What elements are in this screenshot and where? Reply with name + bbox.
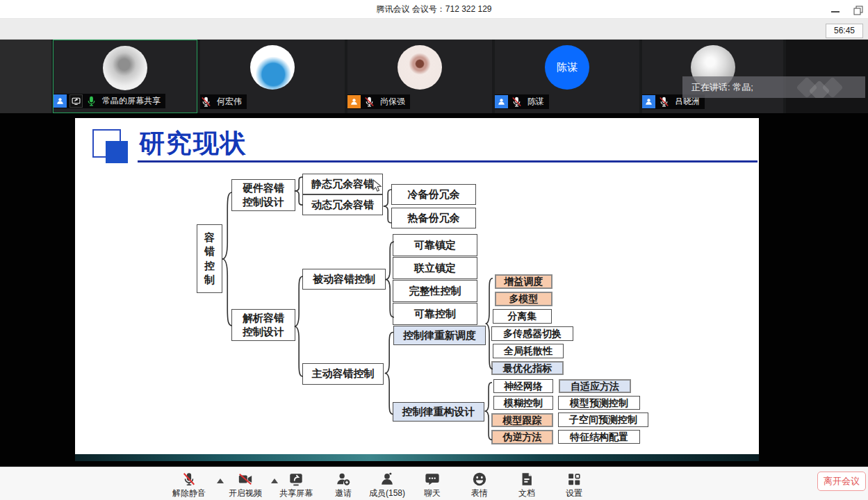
participant-name: 尚保强 (378, 96, 405, 108)
mic-on-icon (85, 95, 97, 107)
title-underline (138, 160, 758, 162)
participant-name: 陈谋 (525, 96, 544, 108)
tree-node-integrity: 完整性控制 (393, 280, 477, 302)
host-person-badge-icon (54, 94, 67, 108)
settings-icon (543, 470, 605, 487)
tree-node-nn: 神经网络 (493, 379, 553, 393)
tencent-meeting-window: 腾讯会议 会议号：712 322 129 56:45 常晶的屏幕共享 (0, 0, 868, 500)
screen-share-badge-icon (69, 94, 83, 108)
mic-muted-icon (511, 96, 523, 108)
leave-meeting-button[interactable]: 离开会议 (817, 472, 866, 491)
connector-brace (294, 274, 303, 378)
participant-nameplate: 常晶的屏幕共享 (54, 94, 165, 108)
meeting-toolbar: 解除静音 开启视频 共享屏幕 邀请 成员(158) (0, 467, 868, 500)
person-badge-icon (642, 95, 655, 108)
connector-brace (384, 331, 393, 416)
participant-nameplate: 何宏伟 (200, 94, 247, 109)
unmute-button[interactable]: 解除静音 (158, 470, 220, 499)
tree-node-hw: 硬件容错 控制设计 (231, 179, 295, 211)
meeting-statusbar (0, 19, 868, 40)
connector-brace (385, 240, 394, 319)
tree-node-optimal: 最优化指标 (491, 361, 564, 375)
tree-node-eigenstruct: 特征结构配置 (558, 430, 640, 444)
connector-brace (484, 381, 492, 441)
settings-label: 设置 (543, 488, 605, 499)
shared-screen-stage: 研究现状 容 错 控 制 硬件容错 控制设计 静态冗余容错 动态冗余容错 冷备份… (0, 113, 868, 467)
participant-tile-chenmou[interactable]: 陈谋 陈谋 (495, 40, 639, 113)
tree-node-root: 容 错 控 制 (197, 224, 222, 293)
settings-button[interactable]: 设置 (543, 470, 605, 499)
tree-node-adaptive: 自适应方法 (559, 379, 631, 393)
minimize-button[interactable] (831, 11, 840, 12)
tree-node-cold: 冷备份冗余 (391, 184, 476, 205)
tree-node-active: 主动容错控制 (302, 363, 384, 385)
tree-node-hot: 热备份冗余 (391, 208, 476, 228)
tree-node-analytic: 解析容错 控制设计 (231, 309, 295, 341)
tree-node-mpc: 模型预测控制 (558, 396, 640, 410)
tree-node-static-red: 静态冗余容错 (302, 174, 383, 194)
connector-brace (383, 189, 392, 224)
window-title: 腾讯会议 会议号：712 322 129 (0, 0, 868, 18)
participant-tile-changjing[interactable]: 常晶的屏幕共享 (53, 40, 197, 113)
participant-name: 常晶的屏幕共享 (100, 95, 161, 107)
tree-node-passive: 被动容错控制 (302, 269, 386, 290)
participant-name: 何宏伟 (215, 96, 242, 108)
speaking-toast-text: 正在讲话: 常晶; (691, 82, 753, 92)
tree-node-gain: 增益调度 (495, 274, 552, 289)
avatar-cartoon (398, 45, 442, 90)
meeting-timer: 56:45 (826, 24, 863, 38)
connector-brace (485, 276, 493, 371)
person-badge-icon (347, 95, 361, 108)
avatar-tiger-sketch (103, 46, 147, 90)
tree-node-reliable-ctrl: 可靠控制 (393, 303, 477, 325)
tree-node-pseudo-inv: 伪逆方法 (491, 430, 553, 444)
tree-node-reconfig: 控制律重构设计 (393, 402, 484, 422)
unmute-label: 解除静音 (158, 488, 220, 499)
participant-nameplate: 陈谋 (495, 94, 549, 109)
connector-brace (222, 190, 232, 328)
participant-tile-shangbaoqiang[interactable]: 尚保强 (347, 40, 492, 113)
tree-node-multimodel: 多模型 (495, 292, 552, 306)
tree-node-dynamic-red: 动态冗余容错 (302, 194, 383, 215)
tree-node-separation: 分离集 (493, 309, 552, 324)
mouse-cursor (372, 179, 382, 196)
tree-node-subspace: 子空间预测控制 (558, 412, 648, 427)
tree-node-simul-stab: 联立镇定 (393, 257, 477, 279)
slide-title: 研究现状 (139, 126, 247, 161)
participant-nameplate: 尚保强 (347, 94, 410, 109)
tree-node-reliable-stab: 可靠镇定 (393, 234, 477, 256)
tree-node-multisensor: 多传感器切换 (491, 326, 573, 341)
window-titlebar: 腾讯会议 会议号：712 322 129 (0, 0, 868, 19)
tree-node-resched: 控制律重新调度 (393, 326, 486, 345)
presentation-slide: 研究现状 容 错 控 制 硬件容错 控制设计 静态冗余容错 动态冗余容错 冷备份… (75, 118, 759, 461)
strip-filler (0, 40, 51, 113)
mic-muted-icon (658, 96, 670, 108)
title-decoration-filled-square (106, 141, 128, 163)
tree-node-fuzzy: 模糊控制 (493, 396, 553, 410)
mic-muted-icon (200, 96, 212, 108)
restore-window-button[interactable] (853, 6, 863, 12)
connector-brace (294, 176, 303, 206)
avatar-initials: 陈谋 (545, 45, 589, 90)
tree-node-dissipative: 全局耗散性 (493, 344, 564, 358)
avatar-smurf (250, 45, 295, 90)
avatar-text: 陈谋 (557, 61, 578, 74)
speaking-toast: 正在讲话: 常晶; (682, 76, 865, 98)
mic-muted-icon (158, 470, 220, 487)
slide-bottom-band (75, 454, 759, 461)
mic-muted-icon (363, 96, 375, 108)
person-badge-icon (495, 95, 508, 108)
tree-node-model-track: 模型跟踪 (491, 413, 553, 427)
participant-tile-hehongwei[interactable]: 何宏伟 (200, 40, 345, 113)
